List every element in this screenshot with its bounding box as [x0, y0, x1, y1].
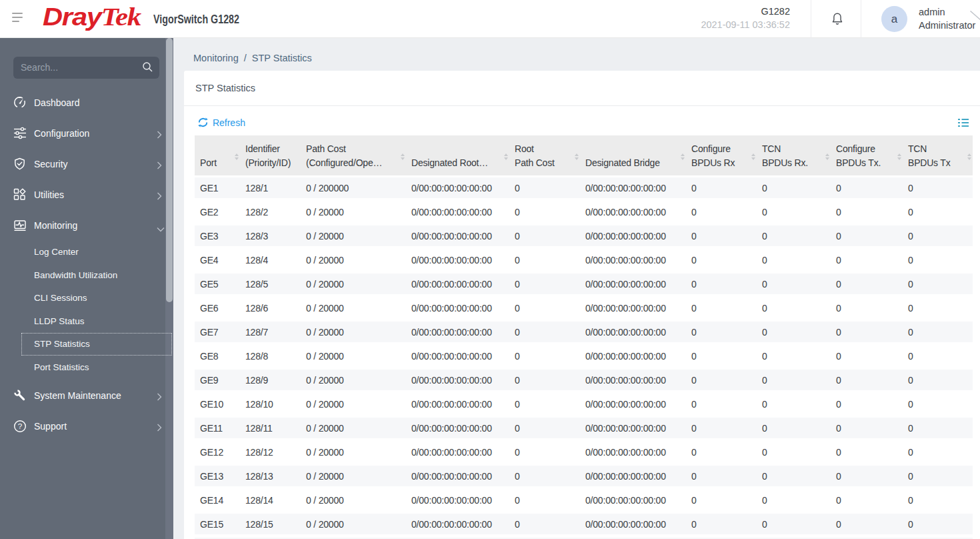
svg-text:?: ? [18, 422, 22, 430]
